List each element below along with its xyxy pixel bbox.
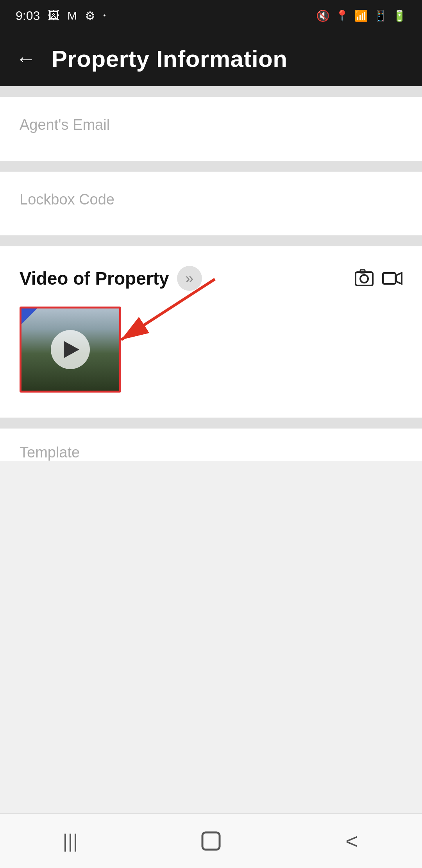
status-time: 9:03: [16, 9, 40, 23]
section-divider-3: [0, 235, 422, 246]
lockbox-code-section: Lockbox Code: [0, 172, 422, 235]
recent-apps-button[interactable]: |||: [47, 825, 94, 857]
wifi-icon: 📶: [354, 9, 368, 22]
battery-icon: 🔋: [393, 9, 406, 22]
video-section-header: Video of Property »: [20, 266, 402, 291]
video-thumbnail[interactable]: [20, 307, 121, 393]
image-status-icon: 🖼: [48, 9, 59, 22]
video-camera-icon: [382, 271, 402, 286]
svg-rect-7: [202, 832, 220, 850]
video-thumbnail-container: [20, 307, 121, 393]
page-title: Property Information: [52, 45, 287, 72]
camera-icon: [355, 268, 380, 289]
double-chevron-icon[interactable]: »: [177, 266, 202, 291]
mail-status-icon: M: [67, 9, 77, 22]
status-bar-right: 🔇 📍 📶 📱 🔋: [316, 9, 406, 22]
blue-corner-marker: [21, 308, 37, 324]
svg-point-1: [360, 275, 368, 283]
nav-spacer: [0, 461, 422, 516]
play-button-overlay: [51, 330, 90, 369]
video-section-title-group: Video of Property »: [20, 266, 202, 291]
mute-icon: 🔇: [316, 9, 330, 22]
camera-video-icon-group[interactable]: [355, 268, 402, 289]
video-bg: [21, 308, 119, 391]
section-divider-4: [0, 418, 422, 429]
status-bar: 9:03 🖼 M ⚙ • 🔇 📍 📶 📱 🔋: [0, 0, 422, 31]
recent-apps-icon: |||: [63, 830, 78, 852]
section-divider-1: [0, 86, 422, 97]
lockbox-code-label: Lockbox Code: [20, 191, 114, 208]
section-divider-2: [0, 161, 422, 172]
home-icon: [199, 829, 223, 853]
bottom-partial-label: Template: [20, 444, 80, 461]
play-triangle-icon: [64, 341, 79, 358]
back-button[interactable]: ←: [16, 48, 36, 69]
status-bar-left: 9:03 🖼 M ⚙ •: [16, 9, 106, 23]
signal-icon: 📱: [374, 9, 387, 22]
svg-rect-3: [383, 273, 395, 284]
settings-status-icon: ⚙: [85, 9, 95, 23]
agents-email-section: Agent's Email: [0, 97, 422, 161]
back-nav-button[interactable]: <: [328, 825, 375, 857]
back-nav-icon: <: [345, 829, 358, 853]
nav-bar: ||| <: [0, 813, 422, 868]
agents-email-label: Agent's Email: [20, 117, 110, 133]
location-icon: 📍: [335, 9, 349, 22]
home-button[interactable]: [188, 825, 234, 857]
app-bar: ← Property Information: [0, 31, 422, 86]
svg-marker-4: [396, 273, 402, 284]
bottom-partial-section: Template: [0, 429, 422, 461]
video-section-title: Video of Property: [20, 268, 169, 289]
video-of-property-section: Video of Property »: [0, 246, 422, 418]
dot-status-icon: •: [103, 12, 106, 20]
